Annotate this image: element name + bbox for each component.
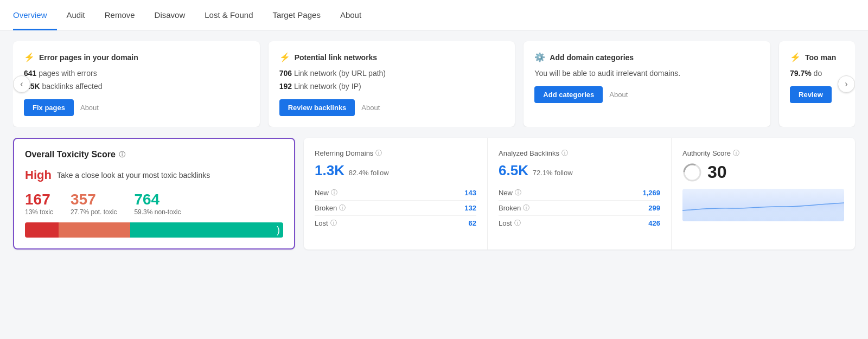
referring-domains-broken-text: Broken xyxy=(315,204,337,212)
lightning-icon-3: ⚡ xyxy=(790,52,801,62)
toxicity-label-non-toxic: 59.3% non-toxic xyxy=(134,208,181,216)
analyzed-backlinks-new-info[interactable]: ⓘ xyxy=(515,188,521,197)
toxicity-score-pot-toxic: 357 27.7% pot. toxic xyxy=(71,191,117,216)
nav-item-disavow[interactable]: Disavow xyxy=(145,1,195,30)
card-error-pages: ⚡ Error pages in your domain 641 pages w… xyxy=(13,41,260,127)
analyzed-backlinks-broken-label: Broken ⓘ xyxy=(499,203,529,213)
nav-item-about[interactable]: About xyxy=(330,1,371,30)
card-too-many-stat-bold: 79.7% xyxy=(790,69,812,78)
card-error-pages-about-button[interactable]: About xyxy=(80,104,99,112)
toxicity-level-value: High xyxy=(25,168,52,182)
referring-domains-new-value: 143 xyxy=(464,189,476,197)
referring-domains-broken-value: 132 xyxy=(464,204,476,212)
referring-domains-lost-info[interactable]: ⓘ xyxy=(330,219,337,228)
card-error-pages-actions: Fix pages About xyxy=(24,99,249,116)
card-too-many-title: Too man xyxy=(805,53,836,62)
authority-score-main: 30 xyxy=(682,162,844,182)
referring-domains-new-text: New xyxy=(315,189,329,197)
authority-score-chart xyxy=(682,189,844,221)
toxicity-bar-red xyxy=(25,222,59,238)
toxicity-level-description: Take a close look at your most toxic bac… xyxy=(57,171,210,180)
card-error-pages-stat2: 6.5K backlinks affected xyxy=(24,82,249,91)
stat-panel-referring-domains: Referring Domains ⓘ 1.3K 82.4% follow Ne… xyxy=(304,138,488,250)
toxicity-val-pot-toxic: 357 xyxy=(71,191,117,208)
nav-item-audit[interactable]: Audit xyxy=(57,1,95,30)
referring-domains-lost-text: Lost xyxy=(315,219,328,227)
toxicity-bar-green: ) xyxy=(130,222,283,238)
analyzed-backlinks-row-new: New ⓘ 1,269 xyxy=(499,186,660,201)
referring-domains-row-lost: Lost ⓘ 62 xyxy=(315,216,476,231)
review-backlinks-button[interactable]: Review backlinks xyxy=(279,99,355,116)
analyzed-backlinks-lost-text: Lost xyxy=(499,219,512,227)
card-error-pages-stat1: 641 pages with errors xyxy=(24,69,249,78)
referring-domains-value: 1.3K xyxy=(315,162,344,178)
card-domain-categories-header: ⚙️ Add domain categories xyxy=(534,52,760,62)
nav-item-lost-found[interactable]: Lost & Found xyxy=(195,1,263,30)
card-too-many-header: ⚡ Too man xyxy=(790,52,844,62)
carousel-next-button[interactable]: › xyxy=(838,75,855,93)
nav-item-overview[interactable]: Overview xyxy=(13,1,57,30)
analyzed-backlinks-new-text: New xyxy=(499,189,513,197)
referring-domains-label: Referring Domains xyxy=(315,149,373,157)
analyzed-backlinks-main: 6.5K 72.1% follow xyxy=(499,162,660,179)
referring-domains-new-info[interactable]: ⓘ xyxy=(331,188,337,197)
card-link-networks: ⚡ Potential link networks 706 Link netwo… xyxy=(269,41,515,127)
card-domain-categories-actions: Add categories About xyxy=(534,86,760,103)
toxicity-level: High Take a close look at your most toxi… xyxy=(25,168,283,182)
carousel-prev-button[interactable]: ‹ xyxy=(13,75,30,93)
card-domain-categories-title: Add domain categories xyxy=(550,53,634,62)
toxicity-title-text: Overall Toxicity Score xyxy=(25,150,116,159)
card-link-networks-stat2-bold: 192 xyxy=(279,82,292,91)
review-button[interactable]: Review xyxy=(790,86,832,103)
analyzed-backlinks-lost-value: 426 xyxy=(648,219,660,227)
analyzed-backlinks-broken-text: Broken xyxy=(499,204,521,212)
toxicity-info-icon[interactable]: ⓘ xyxy=(119,150,125,159)
analyzed-backlinks-row-lost: Lost ⓘ 426 xyxy=(499,216,660,231)
toxicity-score-non-toxic: 764 59.3% non-toxic xyxy=(134,191,181,216)
toxicity-score-card: Overall Toxicity Score ⓘ High Take a clo… xyxy=(13,138,295,250)
authority-score-info-icon[interactable]: ⓘ xyxy=(733,149,739,158)
card-domain-categories: ⚙️ Add domain categories You will be abl… xyxy=(524,41,770,127)
referring-domains-new-label: New ⓘ xyxy=(315,188,337,197)
card-error-pages-header: ⚡ Error pages in your domain xyxy=(24,52,249,62)
add-categories-button[interactable]: Add categories xyxy=(534,86,603,103)
referring-domains-broken-info[interactable]: ⓘ xyxy=(339,203,346,213)
fix-pages-button[interactable]: Fix pages xyxy=(24,99,74,116)
stat-panel-authority-score: Authority Score ⓘ 30 xyxy=(672,138,855,250)
stats-panels: Referring Domains ⓘ 1.3K 82.4% follow Ne… xyxy=(304,138,855,250)
analyzed-backlinks-info-icon[interactable]: ⓘ xyxy=(561,149,568,158)
toxicity-bar-icon: ) xyxy=(277,225,280,236)
analyzed-backlinks-label: Analyzed Backlinks xyxy=(499,149,559,157)
authority-score-label: Authority Score xyxy=(682,149,731,157)
referring-domains-row-broken: Broken ⓘ 132 xyxy=(315,201,476,216)
nav-item-remove[interactable]: Remove xyxy=(95,1,145,30)
card-link-networks-stat1: 706 Link network (by URL path) xyxy=(279,69,505,78)
card-link-networks-about-button[interactable]: About xyxy=(361,104,380,112)
card-link-networks-stat2: 192 Link network (by IP) xyxy=(279,82,505,91)
analyzed-backlinks-value: 6.5K xyxy=(499,162,528,178)
card-link-networks-header: ⚡ Potential link networks xyxy=(279,52,505,62)
toxicity-label-toxic: 13% toxic xyxy=(25,208,53,216)
lightning-icon-2: ⚡ xyxy=(279,52,290,62)
nav-item-target-pages[interactable]: Target Pages xyxy=(263,1,330,30)
referring-domains-main: 1.3K 82.4% follow xyxy=(315,162,476,179)
main-content: ‹ ⚡ Error pages in your domain 641 pages… xyxy=(0,30,868,260)
toxicity-bar: ) xyxy=(25,222,283,238)
referring-domains-sub: 82.4% follow xyxy=(349,169,389,177)
referring-domains-rows: New ⓘ 143 Broken ⓘ 132 L xyxy=(315,186,476,231)
analyzed-backlinks-broken-value: 299 xyxy=(648,204,660,212)
analyzed-backlinks-new-value: 1,269 xyxy=(642,189,660,197)
toxicity-val-non-toxic: 764 xyxy=(134,191,181,208)
card-domain-categories-about-button[interactable]: About xyxy=(609,91,628,99)
referring-domains-row-new: New ⓘ 143 xyxy=(315,186,476,201)
analyzed-backlinks-lost-info[interactable]: ⓘ xyxy=(514,219,521,228)
analyzed-backlinks-broken-info[interactable]: ⓘ xyxy=(523,203,529,213)
analyzed-backlinks-sub: 72.1% follow xyxy=(533,169,573,177)
gear-icon: ⚙️ xyxy=(534,52,545,62)
card-too-many-actions: Review xyxy=(790,86,844,103)
analyzed-backlinks-title: Analyzed Backlinks ⓘ xyxy=(499,149,660,158)
card-error-pages-title: Error pages in your domain xyxy=(39,53,138,62)
card-link-networks-stat1-bold: 706 xyxy=(279,69,292,78)
referring-domains-info-icon[interactable]: ⓘ xyxy=(375,149,382,158)
lightning-icon: ⚡ xyxy=(24,52,35,62)
